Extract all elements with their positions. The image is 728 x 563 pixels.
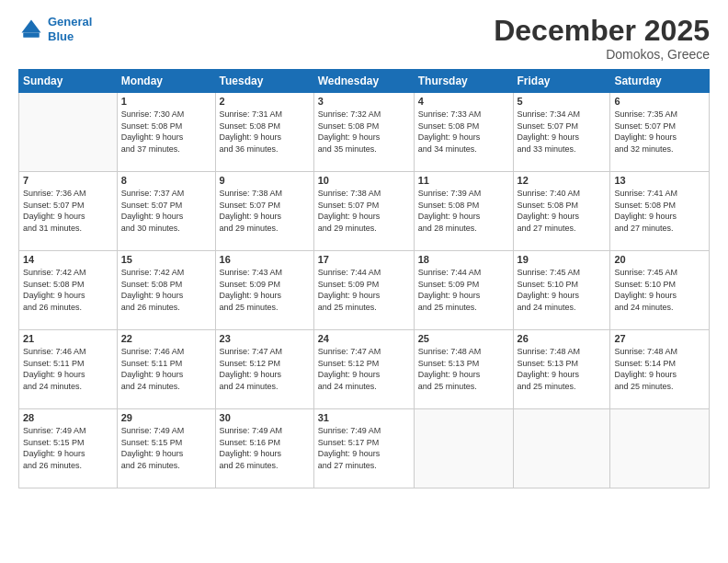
calendar-day-cell: 5Sunrise: 7:34 AM Sunset: 5:07 PM Daylig… xyxy=(513,93,610,172)
calendar-table: SundayMondayTuesdayWednesdayThursdayFrid… xyxy=(18,69,710,488)
day-info: Sunrise: 7:32 AM Sunset: 5:08 PM Dayligh… xyxy=(318,109,410,155)
main-title: December 2025 xyxy=(494,15,710,47)
calendar-day-cell: 4Sunrise: 7:33 AM Sunset: 5:08 PM Daylig… xyxy=(414,93,513,172)
day-info: Sunrise: 7:47 AM Sunset: 5:12 PM Dayligh… xyxy=(220,346,310,392)
day-number: 5 xyxy=(518,96,607,107)
day-number: 7 xyxy=(23,175,113,186)
logo-line2: Blue xyxy=(48,29,92,44)
day-info: Sunrise: 7:46 AM Sunset: 5:11 PM Dayligh… xyxy=(23,346,113,392)
day-number: 2 xyxy=(220,96,310,107)
day-number: 20 xyxy=(614,254,705,265)
calendar-day-cell: 17Sunrise: 7:44 AM Sunset: 5:09 PM Dayli… xyxy=(313,251,414,330)
calendar-header-cell: Saturday xyxy=(610,70,710,93)
calendar-day-cell: 11Sunrise: 7:39 AM Sunset: 5:08 PM Dayli… xyxy=(414,172,513,251)
day-number: 23 xyxy=(220,333,310,344)
day-info: Sunrise: 7:48 AM Sunset: 5:14 PM Dayligh… xyxy=(614,346,705,392)
calendar-header-cell: Thursday xyxy=(414,70,513,93)
logo-icon xyxy=(18,17,44,42)
day-number: 13 xyxy=(614,175,705,186)
day-number: 27 xyxy=(614,333,705,344)
calendar-day-cell xyxy=(513,409,610,488)
day-number: 10 xyxy=(318,175,410,186)
calendar-day-cell: 14Sunrise: 7:42 AM Sunset: 5:08 PM Dayli… xyxy=(19,251,118,330)
calendar-day-cell: 20Sunrise: 7:45 AM Sunset: 5:10 PM Dayli… xyxy=(610,251,710,330)
calendar-header-cell: Wednesday xyxy=(313,70,414,93)
calendar-day-cell: 2Sunrise: 7:31 AM Sunset: 5:08 PM Daylig… xyxy=(215,93,313,172)
day-number: 11 xyxy=(418,175,509,186)
calendar-day-cell: 29Sunrise: 7:49 AM Sunset: 5:15 PM Dayli… xyxy=(117,409,215,488)
day-info: Sunrise: 7:45 AM Sunset: 5:10 PM Dayligh… xyxy=(614,267,705,313)
day-number: 31 xyxy=(318,412,410,423)
calendar-day-cell: 13Sunrise: 7:41 AM Sunset: 5:08 PM Dayli… xyxy=(610,172,710,251)
calendar-header-cell: Sunday xyxy=(19,70,118,93)
calendar-header-cell: Tuesday xyxy=(215,70,313,93)
day-info: Sunrise: 7:42 AM Sunset: 5:08 PM Dayligh… xyxy=(121,267,211,313)
day-info: Sunrise: 7:34 AM Sunset: 5:07 PM Dayligh… xyxy=(518,109,607,155)
day-number: 30 xyxy=(220,412,310,423)
calendar-day-cell: 3Sunrise: 7:32 AM Sunset: 5:08 PM Daylig… xyxy=(313,93,414,172)
day-info: Sunrise: 7:38 AM Sunset: 5:07 PM Dayligh… xyxy=(220,188,310,234)
day-info: Sunrise: 7:49 AM Sunset: 5:15 PM Dayligh… xyxy=(23,425,113,471)
day-info: Sunrise: 7:36 AM Sunset: 5:07 PM Dayligh… xyxy=(23,188,113,234)
calendar-day-cell: 30Sunrise: 7:49 AM Sunset: 5:16 PM Dayli… xyxy=(215,409,313,488)
day-info: Sunrise: 7:45 AM Sunset: 5:10 PM Dayligh… xyxy=(518,267,607,313)
day-info: Sunrise: 7:41 AM Sunset: 5:08 PM Dayligh… xyxy=(614,188,705,234)
title-block: December 2025 Domokos, Greece xyxy=(494,15,710,62)
day-info: Sunrise: 7:48 AM Sunset: 5:13 PM Dayligh… xyxy=(418,346,509,392)
calendar-day-cell: 25Sunrise: 7:48 AM Sunset: 5:13 PM Dayli… xyxy=(414,330,513,409)
day-info: Sunrise: 7:49 AM Sunset: 5:17 PM Dayligh… xyxy=(318,425,410,471)
day-number: 17 xyxy=(318,254,410,265)
day-info: Sunrise: 7:44 AM Sunset: 5:09 PM Dayligh… xyxy=(318,267,410,313)
day-info: Sunrise: 7:39 AM Sunset: 5:08 PM Dayligh… xyxy=(418,188,509,234)
day-number: 16 xyxy=(220,254,310,265)
day-info: Sunrise: 7:47 AM Sunset: 5:12 PM Dayligh… xyxy=(318,346,410,392)
day-info: Sunrise: 7:48 AM Sunset: 5:13 PM Dayligh… xyxy=(518,346,607,392)
day-number: 14 xyxy=(23,254,113,265)
logo: General Blue xyxy=(18,15,92,43)
calendar-day-cell: 24Sunrise: 7:47 AM Sunset: 5:12 PM Dayli… xyxy=(313,330,414,409)
calendar-day-cell: 16Sunrise: 7:43 AM Sunset: 5:09 PM Dayli… xyxy=(215,251,313,330)
calendar-day-cell: 22Sunrise: 7:46 AM Sunset: 5:11 PM Dayli… xyxy=(117,330,215,409)
header: General Blue December 2025 Domokos, Gree… xyxy=(18,15,710,62)
logo-text: General Blue xyxy=(48,15,92,43)
day-number: 15 xyxy=(121,254,211,265)
day-number: 25 xyxy=(418,333,509,344)
day-info: Sunrise: 7:38 AM Sunset: 5:07 PM Dayligh… xyxy=(318,188,410,234)
day-info: Sunrise: 7:49 AM Sunset: 5:15 PM Dayligh… xyxy=(121,425,211,471)
calendar-week-row: 28Sunrise: 7:49 AM Sunset: 5:15 PM Dayli… xyxy=(19,409,710,488)
calendar-day-cell: 27Sunrise: 7:48 AM Sunset: 5:14 PM Dayli… xyxy=(610,330,710,409)
calendar-day-cell: 10Sunrise: 7:38 AM Sunset: 5:07 PM Dayli… xyxy=(313,172,414,251)
svg-rect-1 xyxy=(23,32,40,37)
calendar-day-cell: 19Sunrise: 7:45 AM Sunset: 5:10 PM Dayli… xyxy=(513,251,610,330)
page: General Blue December 2025 Domokos, Gree… xyxy=(0,0,728,563)
calendar-day-cell: 1Sunrise: 7:30 AM Sunset: 5:08 PM Daylig… xyxy=(117,93,215,172)
calendar-day-cell: 23Sunrise: 7:47 AM Sunset: 5:12 PM Dayli… xyxy=(215,330,313,409)
day-info: Sunrise: 7:30 AM Sunset: 5:08 PM Dayligh… xyxy=(121,109,211,155)
day-info: Sunrise: 7:31 AM Sunset: 5:08 PM Dayligh… xyxy=(220,109,310,155)
day-number: 12 xyxy=(518,175,607,186)
day-info: Sunrise: 7:49 AM Sunset: 5:16 PM Dayligh… xyxy=(220,425,310,471)
day-number: 8 xyxy=(121,175,211,186)
calendar-day-cell xyxy=(610,409,710,488)
logo-line1: General xyxy=(48,15,92,29)
day-number: 1 xyxy=(121,96,211,107)
calendar-day-cell xyxy=(19,93,118,172)
day-number: 22 xyxy=(121,333,211,344)
day-number: 18 xyxy=(418,254,509,265)
calendar-day-cell: 12Sunrise: 7:40 AM Sunset: 5:08 PM Dayli… xyxy=(513,172,610,251)
day-number: 29 xyxy=(121,412,211,423)
day-info: Sunrise: 7:33 AM Sunset: 5:08 PM Dayligh… xyxy=(418,109,509,155)
calendar-day-cell: 21Sunrise: 7:46 AM Sunset: 5:11 PM Dayli… xyxy=(19,330,118,409)
day-number: 9 xyxy=(220,175,310,186)
svg-marker-0 xyxy=(22,19,41,32)
day-number: 21 xyxy=(23,333,113,344)
day-number: 24 xyxy=(318,333,410,344)
day-number: 19 xyxy=(518,254,607,265)
day-info: Sunrise: 7:44 AM Sunset: 5:09 PM Dayligh… xyxy=(418,267,509,313)
day-info: Sunrise: 7:40 AM Sunset: 5:08 PM Dayligh… xyxy=(518,188,607,234)
calendar-day-cell: 9Sunrise: 7:38 AM Sunset: 5:07 PM Daylig… xyxy=(215,172,313,251)
day-info: Sunrise: 7:37 AM Sunset: 5:07 PM Dayligh… xyxy=(121,188,211,234)
day-info: Sunrise: 7:42 AM Sunset: 5:08 PM Dayligh… xyxy=(23,267,113,313)
calendar-week-row: 1Sunrise: 7:30 AM Sunset: 5:08 PM Daylig… xyxy=(19,93,710,172)
calendar-header-row: SundayMondayTuesdayWednesdayThursdayFrid… xyxy=(19,70,710,93)
